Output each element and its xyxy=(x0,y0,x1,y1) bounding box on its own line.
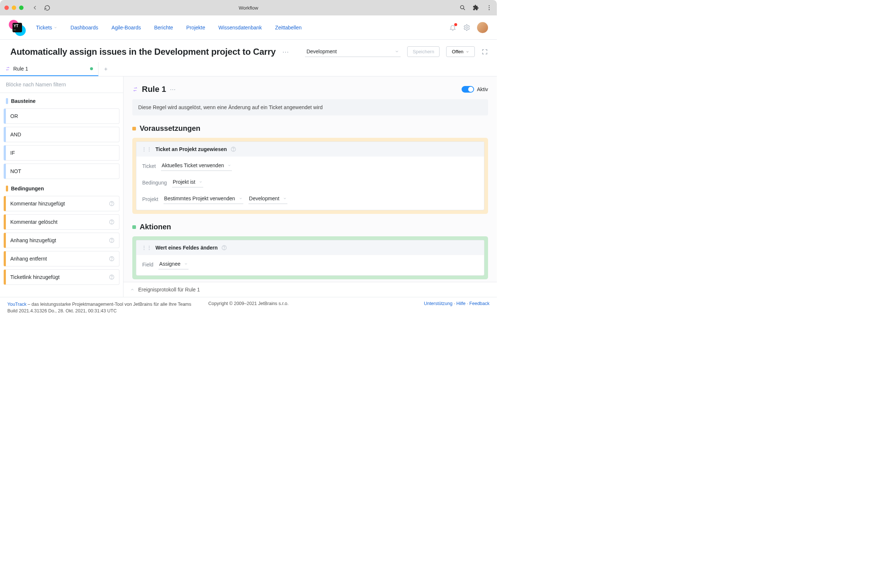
action-card-title: Wert eines Feldes ändern xyxy=(156,245,218,250)
nav-projects[interactable]: Projekte xyxy=(186,25,205,30)
group-label: Bedingungen xyxy=(11,186,44,192)
block-label: IF xyxy=(10,150,15,156)
nav-back-icon[interactable] xyxy=(32,4,38,11)
block-and[interactable]: AND xyxy=(4,127,119,142)
workflow-header: Automatically assign issues in the Devel… xyxy=(0,40,497,62)
project-value-select[interactable]: Development xyxy=(248,194,288,204)
help-icon[interactable] xyxy=(109,201,115,207)
swap-icon xyxy=(132,86,138,92)
rule-active-toggle[interactable] xyxy=(462,86,474,93)
workflow-more-icon[interactable]: ⋯ xyxy=(282,48,290,56)
svg-point-8 xyxy=(111,223,112,224)
prereq-card: ⋮⋮ Ticket an Projekt zugewiesen Ticket A… xyxy=(132,138,488,214)
footer-feedback-link[interactable]: Feedback xyxy=(469,301,489,306)
help-icon[interactable] xyxy=(109,274,115,280)
nav-knowledgebase[interactable]: Wissensdatenbank xyxy=(218,25,262,30)
svg-point-18 xyxy=(224,249,225,249)
block-not[interactable]: NOT xyxy=(4,164,119,179)
block-label: Anhang hinzugefügt xyxy=(10,237,56,243)
app-footer: YouTrack – das leistungsstarke Projektma… xyxy=(0,297,497,320)
ticket-label: Ticket xyxy=(142,163,156,169)
notifications-icon[interactable] xyxy=(449,24,456,31)
chevron-down-icon xyxy=(54,26,57,29)
section-label: Aktionen xyxy=(140,223,171,231)
condition-comment-deleted[interactable]: Kommentar gelöscht xyxy=(4,214,119,230)
group-indicator xyxy=(6,186,8,192)
action-card-header: ⋮⋮ Wert eines Feldes ändern xyxy=(136,240,484,255)
field-select[interactable]: Assignee xyxy=(158,260,189,269)
app-topnav: YT— Tickets Dashboards Agile-Boards Beri… xyxy=(0,15,497,40)
window-zoom-icon[interactable] xyxy=(19,6,24,10)
field-select-value: Assignee xyxy=(159,261,180,267)
nav-tickets-label: Tickets xyxy=(36,25,52,30)
project-label: Projekt xyxy=(142,196,158,202)
user-avatar[interactable] xyxy=(477,22,488,33)
rule-content: Rule 1 ⋯ Aktiv Diese Regel wird ausgelös… xyxy=(123,76,497,297)
footer-help-link[interactable]: Hilfe xyxy=(456,301,466,306)
chevron-down-icon xyxy=(184,262,188,266)
help-icon[interactable] xyxy=(221,245,227,250)
footer-tagline: – das leistungsstarke Projektmanagement-… xyxy=(27,302,192,307)
chevron-down-icon xyxy=(239,196,243,200)
block-if[interactable]: IF xyxy=(4,145,119,160)
help-icon[interactable] xyxy=(109,219,115,225)
rule-more-icon[interactable]: ⋯ xyxy=(170,86,176,93)
status-button[interactable]: Offen xyxy=(446,46,475,57)
status-button-label: Offen xyxy=(452,49,464,54)
nav-agile[interactable]: Agile-Boards xyxy=(111,25,141,30)
tab-rule-1[interactable]: Rule 1 xyxy=(0,62,99,76)
fullscreen-icon[interactable] xyxy=(482,48,488,55)
ticket-select[interactable]: Aktuelles Ticket verwenden xyxy=(161,161,232,171)
svg-point-3 xyxy=(489,9,489,10)
browser-search-icon[interactable] xyxy=(459,4,466,11)
action-card: ⋮⋮ Wert eines Feldes ändern Field Assign… xyxy=(132,236,488,279)
drag-handle-icon[interactable]: ⋮⋮ xyxy=(141,245,152,250)
condition-ticketlink-added[interactable]: Ticketlink hinzugefügt xyxy=(4,269,119,285)
nav-tickets[interactable]: Tickets xyxy=(36,25,57,30)
help-icon[interactable] xyxy=(230,146,236,152)
project-mode-select[interactable]: Bestimmtes Projekt verwenden xyxy=(164,194,243,204)
footer-brand-link[interactable]: YouTrack xyxy=(8,302,27,307)
notification-badge xyxy=(454,23,457,26)
condition-comment-added[interactable]: Kommentar hinzugefügt xyxy=(4,196,119,212)
help-icon[interactable] xyxy=(109,237,115,243)
block-filter-input[interactable] xyxy=(0,76,123,93)
window-controls xyxy=(4,6,24,10)
rule-active-label: Aktiv xyxy=(477,86,488,92)
condition-attachment-removed[interactable]: Anhang entfernt xyxy=(4,251,119,266)
project-select[interactable]: Development xyxy=(305,46,400,57)
block-label: Ticketlink hinzugefügt xyxy=(10,274,60,280)
footer-copyright: Copyright © 2009–2021 JetBrains s.r.o. xyxy=(208,301,288,306)
condition-select[interactable]: Projekt ist xyxy=(172,177,203,188)
group-header-blocks: Bausteine xyxy=(0,93,123,107)
window-minimize-icon[interactable] xyxy=(12,6,16,10)
group-label: Bausteine xyxy=(11,98,36,104)
project-mode-value: Bestimmtes Projekt verwenden xyxy=(164,195,235,201)
plus-icon xyxy=(103,66,108,72)
block-or[interactable]: OR xyxy=(4,108,119,124)
prereq-card-header: ⋮⋮ Ticket an Projekt zugewiesen xyxy=(136,142,484,156)
help-icon[interactable] xyxy=(109,256,115,262)
chevron-down-icon xyxy=(395,49,399,54)
svg-point-10 xyxy=(111,242,112,242)
event-log-toggle[interactable]: Ereignisprotokoll für Rule 1 xyxy=(123,282,497,297)
chevron-up-icon xyxy=(130,287,135,292)
nav-timesheets[interactable]: Zeittabellen xyxy=(275,25,302,30)
chevron-down-icon xyxy=(199,180,202,184)
nav-reload-icon[interactable] xyxy=(44,5,50,11)
window-close-icon[interactable] xyxy=(4,6,9,10)
condition-attachment-added[interactable]: Anhang hinzugefügt xyxy=(4,232,119,248)
footer-support-link[interactable]: Unterstützung xyxy=(424,301,452,306)
nav-reports[interactable]: Berichte xyxy=(154,25,173,30)
extensions-icon[interactable] xyxy=(472,4,479,11)
drag-handle-icon[interactable]: ⋮⋮ xyxy=(141,146,152,152)
rule-header: Rule 1 ⋯ Aktiv xyxy=(132,84,488,94)
add-rule-tab[interactable] xyxy=(99,62,113,76)
svg-point-2 xyxy=(489,8,489,8)
section-indicator xyxy=(132,127,136,130)
settings-gear-icon[interactable] xyxy=(463,24,470,31)
nav-dashboards[interactable]: Dashboards xyxy=(70,25,99,30)
svg-point-14 xyxy=(111,278,112,279)
browser-menu-icon[interactable] xyxy=(486,4,492,11)
youtrack-logo[interactable]: YT— xyxy=(9,19,26,36)
